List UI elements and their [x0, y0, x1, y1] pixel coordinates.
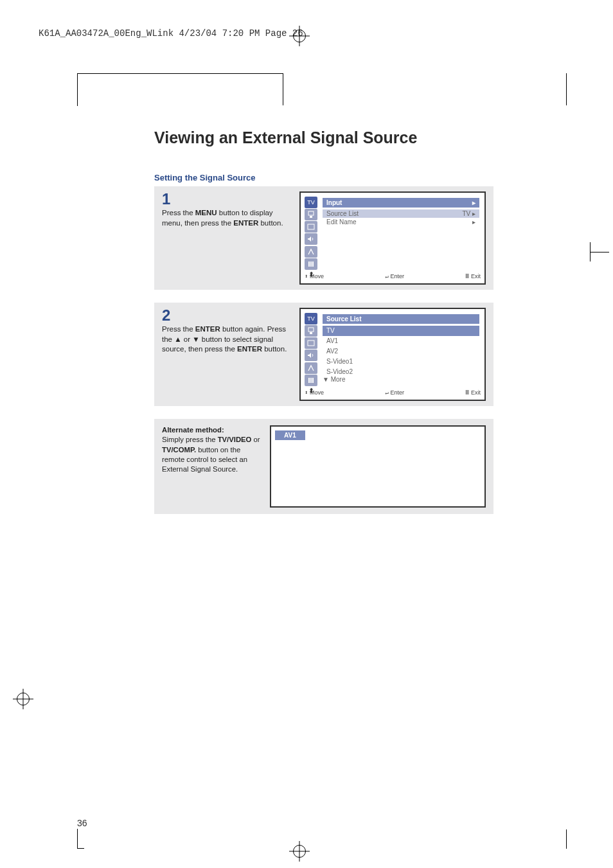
- svg-rect-7: [310, 332, 312, 334]
- osd-footer: ⬍ Move ↵ Enter Ⅲ Exit: [305, 389, 481, 396]
- input-icon: [305, 325, 317, 337]
- osd-row-source-list: Source List TV ▸: [323, 209, 479, 218]
- step-2: 2 Press the ENTER button again. Press th…: [154, 303, 493, 406]
- chevron-right-icon: ▸: [472, 199, 475, 206]
- osd-screenshot-1: TV ⬍ Input: [299, 191, 486, 285]
- osd-side-icons: TV ⬍: [305, 313, 319, 396]
- alternate-method: Alternate method: Simply press the TV/VI…: [154, 419, 493, 514]
- page-title: Viewing an External Signal Source: [154, 128, 493, 147]
- osd-heading: Input ▸: [323, 198, 479, 208]
- prepress-header: K61A_AA03472A_00Eng_WLink 4/23/04 7:20 P…: [39, 28, 303, 39]
- svg-rect-9: [308, 378, 310, 383]
- step-2-text: 2 Press the ENTER button again. Press th…: [162, 308, 290, 355]
- svg-rect-0: [308, 211, 314, 215]
- svg-rect-8: [308, 341, 314, 346]
- setup-icon: [305, 375, 317, 386]
- page-number: 36: [77, 818, 87, 828]
- tv-icon: TV: [305, 197, 317, 208]
- svg-rect-5: [312, 261, 314, 267]
- step-1: 1 Press the MENU button to display menu,…: [154, 186, 493, 290]
- input-icon: [305, 209, 317, 220]
- osd-option-av1: AV1: [323, 336, 479, 346]
- step-1-text: 1 Press the MENU button to display menu,…: [162, 191, 290, 228]
- channel-icon: [305, 362, 317, 374]
- svg-rect-11: [312, 378, 314, 383]
- step-2-number: 2: [162, 308, 290, 323]
- setup-icon: [305, 258, 317, 270]
- page-content: Viewing an External Signal Source Settin…: [154, 128, 493, 514]
- osd-heading: Source List: [323, 314, 479, 324]
- svg-rect-1: [310, 216, 312, 218]
- section-subtitle: Setting the Signal Source: [154, 173, 493, 182]
- picture-icon: [305, 337, 317, 349]
- alternate-method-text: Alternate method: Simply press the TV/VI…: [162, 425, 261, 474]
- channel-icon: [305, 246, 317, 258]
- osd-option-tv: TV: [323, 326, 479, 336]
- crop-corner-br: [560, 829, 567, 849]
- picture-icon: [305, 221, 317, 233]
- registration-mark-bottom: [289, 841, 310, 862]
- tv-screen-example: AV1: [270, 425, 486, 508]
- crop-tick-right: [590, 252, 609, 252]
- svg-rect-10: [310, 378, 312, 383]
- tv-icon: TV: [305, 313, 317, 324]
- osd-option-av2: AV2: [323, 346, 479, 357]
- crop-corner-bl: [77, 829, 84, 849]
- crop-corner-tr: [566, 73, 567, 105]
- osd-more-indicator: ▼ More: [323, 376, 345, 383]
- source-badge: AV1: [275, 430, 305, 440]
- svg-rect-2: [308, 224, 314, 229]
- svg-rect-6: [308, 328, 314, 332]
- svg-rect-4: [310, 261, 312, 267]
- crop-corner-tl: [77, 73, 283, 106]
- chevron-right-icon: ▸: [472, 218, 475, 226]
- registration-mark-top: [289, 26, 310, 46]
- osd-option-svideo1: S-Video1: [323, 357, 479, 367]
- chevron-right-icon: ▸: [472, 210, 475, 217]
- sound-icon: [305, 233, 317, 245]
- crop-inner-divider: [283, 73, 283, 105]
- step-1-number: 1: [162, 191, 290, 207]
- osd-row-edit-name: Edit Name ▸: [323, 218, 479, 226]
- sound-icon: [305, 350, 317, 361]
- osd-side-icons: TV ⬍: [305, 197, 319, 279]
- svg-rect-3: [308, 261, 310, 267]
- osd-screenshot-2: TV ⬍ Source Li: [299, 308, 486, 401]
- osd-option-svideo2: S-Video2: [323, 367, 479, 377]
- registration-mark-left: [13, 689, 33, 709]
- osd-footer: ⬍ Move ↵ Enter Ⅲ Exit: [305, 273, 481, 279]
